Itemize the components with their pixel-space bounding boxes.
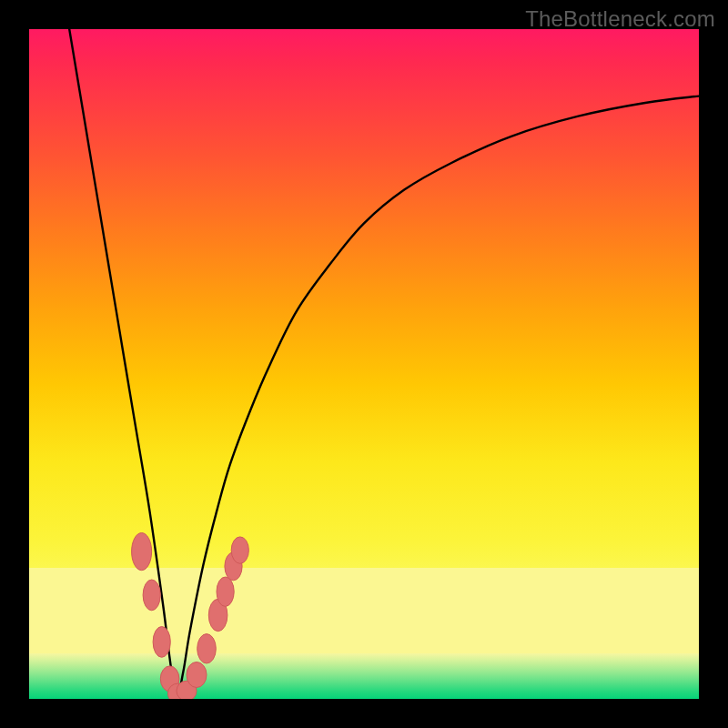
bottleneck-curve-path [69,29,699,699]
curve-marker [197,634,217,663]
curve-marker [153,627,170,658]
chart-frame: TheBottleneck.com [0,0,728,728]
watermark-text: TheBottleneck.com [525,6,715,32]
curve-marker [231,537,248,563]
plot-area [29,29,699,699]
curve-markers [132,533,249,700]
curve-marker [217,577,234,606]
curve-marker [143,580,160,611]
curve-marker [187,662,207,688]
curve-marker [132,533,152,571]
bottleneck-curve-svg [29,29,699,699]
